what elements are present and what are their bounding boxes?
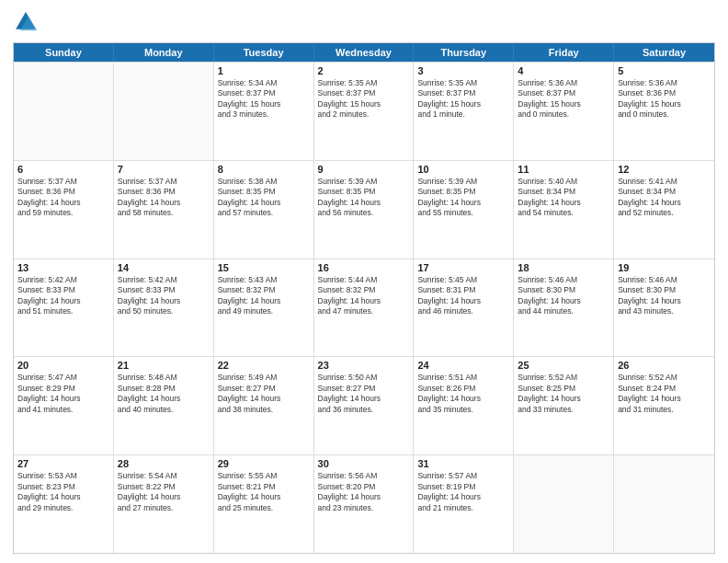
- cal-cell: [14, 63, 114, 160]
- calendar-body: 1Sunrise: 5:34 AM Sunset: 8:37 PM Daylig…: [14, 62, 714, 553]
- day-number: 2: [318, 65, 410, 76]
- cal-cell: 11Sunrise: 5:40 AM Sunset: 8:34 PM Dayli…: [514, 161, 614, 259]
- day-number: 1: [218, 65, 310, 76]
- cell-info: Sunrise: 5:46 AM Sunset: 8:30 PM Dayligh…: [618, 275, 711, 317]
- day-number: 21: [118, 360, 210, 371]
- week-row-4: 20Sunrise: 5:47 AM Sunset: 8:29 PM Dayli…: [14, 356, 714, 454]
- calendar-header: SundayMondayTuesdayWednesdayThursdayFrid…: [14, 43, 714, 62]
- cell-info: Sunrise: 5:35 AM Sunset: 8:37 PM Dayligh…: [417, 78, 509, 121]
- cal-cell: 26Sunrise: 5:52 AM Sunset: 8:24 PM Dayli…: [614, 357, 714, 454]
- cal-cell: 1Sunrise: 5:34 AM Sunset: 8:37 PM Daylig…: [214, 63, 314, 160]
- cal-cell: 24Sunrise: 5:51 AM Sunset: 8:26 PM Dayli…: [414, 357, 514, 454]
- day-number: 19: [618, 262, 711, 273]
- calendar: SundayMondayTuesdayWednesdayThursdayFrid…: [13, 42, 715, 554]
- day-number: 17: [417, 262, 509, 273]
- cell-info: Sunrise: 5:49 AM Sunset: 8:27 PM Dayligh…: [218, 373, 310, 415]
- week-row-5: 27Sunrise: 5:53 AM Sunset: 8:23 PM Dayli…: [14, 454, 714, 553]
- day-number: 12: [618, 164, 711, 175]
- cal-cell: 19Sunrise: 5:46 AM Sunset: 8:30 PM Dayli…: [614, 259, 714, 357]
- cell-info: Sunrise: 5:52 AM Sunset: 8:24 PM Dayligh…: [618, 373, 711, 415]
- day-number: 11: [518, 164, 609, 175]
- cell-info: Sunrise: 5:47 AM Sunset: 8:29 PM Dayligh…: [17, 373, 109, 415]
- cal-cell: 8Sunrise: 5:38 AM Sunset: 8:35 PM Daylig…: [214, 161, 314, 259]
- cell-info: Sunrise: 5:45 AM Sunset: 8:31 PM Dayligh…: [417, 275, 509, 317]
- day-number: 22: [218, 360, 310, 371]
- cell-info: Sunrise: 5:57 AM Sunset: 8:19 PM Dayligh…: [417, 471, 509, 513]
- cell-info: Sunrise: 5:50 AM Sunset: 8:27 PM Dayligh…: [318, 373, 410, 415]
- cal-cell: 28Sunrise: 5:54 AM Sunset: 8:22 PM Dayli…: [114, 455, 214, 553]
- cal-cell: 4Sunrise: 5:36 AM Sunset: 8:37 PM Daylig…: [514, 63, 614, 160]
- cal-cell: 5Sunrise: 5:36 AM Sunset: 8:36 PM Daylig…: [614, 63, 714, 160]
- cal-cell: 18Sunrise: 5:46 AM Sunset: 8:30 PM Dayli…: [514, 259, 614, 357]
- cal-cell: 25Sunrise: 5:52 AM Sunset: 8:25 PM Dayli…: [514, 357, 614, 454]
- day-number: 23: [318, 360, 410, 371]
- day-number: 28: [118, 458, 210, 469]
- cal-cell: 16Sunrise: 5:44 AM Sunset: 8:32 PM Dayli…: [314, 259, 415, 357]
- week-row-2: 6Sunrise: 5:37 AM Sunset: 8:36 PM Daylig…: [14, 160, 714, 259]
- logo-icon: [13, 9, 39, 35]
- day-number: 27: [17, 458, 109, 469]
- cell-info: Sunrise: 5:54 AM Sunset: 8:22 PM Dayligh…: [118, 471, 210, 513]
- cell-info: Sunrise: 5:48 AM Sunset: 8:28 PM Dayligh…: [118, 373, 210, 415]
- cell-info: Sunrise: 5:41 AM Sunset: 8:34 PM Dayligh…: [618, 177, 711, 219]
- day-number: 24: [417, 360, 509, 371]
- cell-info: Sunrise: 5:56 AM Sunset: 8:20 PM Dayligh…: [318, 471, 410, 513]
- cal-cell: 22Sunrise: 5:49 AM Sunset: 8:27 PM Dayli…: [214, 357, 314, 454]
- page: SundayMondayTuesdayWednesdayThursdayFrid…: [0, 0, 728, 563]
- day-number: 30: [318, 458, 410, 469]
- cell-info: Sunrise: 5:37 AM Sunset: 8:36 PM Dayligh…: [17, 177, 109, 219]
- cell-info: Sunrise: 5:53 AM Sunset: 8:23 PM Dayligh…: [17, 471, 109, 513]
- logo: [13, 9, 42, 35]
- cal-cell: 12Sunrise: 5:41 AM Sunset: 8:34 PM Dayli…: [614, 161, 714, 259]
- cell-info: Sunrise: 5:36 AM Sunset: 8:37 PM Dayligh…: [518, 78, 609, 121]
- day-number: 5: [618, 65, 711, 76]
- cal-cell: 30Sunrise: 5:56 AM Sunset: 8:20 PM Dayli…: [314, 455, 415, 553]
- cell-info: Sunrise: 5:34 AM Sunset: 8:37 PM Dayligh…: [218, 78, 310, 121]
- cell-info: Sunrise: 5:43 AM Sunset: 8:32 PM Dayligh…: [218, 275, 310, 317]
- cal-cell: [614, 455, 714, 553]
- cal-cell: 10Sunrise: 5:39 AM Sunset: 8:35 PM Dayli…: [414, 161, 514, 259]
- cal-cell: 27Sunrise: 5:53 AM Sunset: 8:23 PM Dayli…: [14, 455, 114, 553]
- day-number: 8: [218, 164, 310, 175]
- cal-cell: 20Sunrise: 5:47 AM Sunset: 8:29 PM Dayli…: [14, 357, 114, 454]
- cal-cell: 23Sunrise: 5:50 AM Sunset: 8:27 PM Dayli…: [314, 357, 415, 454]
- day-number: 16: [318, 262, 410, 273]
- week-row-1: 1Sunrise: 5:34 AM Sunset: 8:37 PM Daylig…: [14, 62, 714, 160]
- cal-cell: 13Sunrise: 5:42 AM Sunset: 8:33 PM Dayli…: [14, 259, 114, 357]
- cal-cell: 2Sunrise: 5:35 AM Sunset: 8:37 PM Daylig…: [314, 63, 415, 160]
- day-number: 31: [417, 458, 509, 469]
- cal-cell: 29Sunrise: 5:55 AM Sunset: 8:21 PM Dayli…: [214, 455, 314, 553]
- cell-info: Sunrise: 5:38 AM Sunset: 8:35 PM Dayligh…: [218, 177, 310, 219]
- day-number: 7: [118, 164, 210, 175]
- header-day-friday: Friday: [514, 43, 614, 62]
- day-number: 4: [518, 65, 609, 76]
- cal-cell: 9Sunrise: 5:39 AM Sunset: 8:35 PM Daylig…: [314, 161, 415, 259]
- day-number: 25: [518, 360, 609, 371]
- cal-cell: 17Sunrise: 5:45 AM Sunset: 8:31 PM Dayli…: [414, 259, 514, 357]
- cell-info: Sunrise: 5:39 AM Sunset: 8:35 PM Dayligh…: [318, 177, 410, 219]
- day-number: 20: [17, 360, 109, 371]
- cal-cell: 21Sunrise: 5:48 AM Sunset: 8:28 PM Dayli…: [114, 357, 214, 454]
- cell-info: Sunrise: 5:44 AM Sunset: 8:32 PM Dayligh…: [318, 275, 410, 317]
- day-number: 26: [618, 360, 711, 371]
- day-number: 3: [417, 65, 509, 76]
- cal-cell: 15Sunrise: 5:43 AM Sunset: 8:32 PM Dayli…: [214, 259, 314, 357]
- header-day-tuesday: Tuesday: [214, 43, 314, 62]
- cal-cell: 6Sunrise: 5:37 AM Sunset: 8:36 PM Daylig…: [14, 161, 114, 259]
- cal-cell: 7Sunrise: 5:37 AM Sunset: 8:36 PM Daylig…: [114, 161, 214, 259]
- cell-info: Sunrise: 5:51 AM Sunset: 8:26 PM Dayligh…: [417, 373, 509, 415]
- day-number: 29: [218, 458, 310, 469]
- cell-info: Sunrise: 5:39 AM Sunset: 8:35 PM Dayligh…: [417, 177, 509, 219]
- day-number: 13: [17, 262, 109, 273]
- cal-cell: 14Sunrise: 5:42 AM Sunset: 8:33 PM Dayli…: [114, 259, 214, 357]
- day-number: 9: [318, 164, 410, 175]
- cell-info: Sunrise: 5:52 AM Sunset: 8:25 PM Dayligh…: [518, 373, 609, 415]
- cal-cell: 31Sunrise: 5:57 AM Sunset: 8:19 PM Dayli…: [414, 455, 514, 553]
- cell-info: Sunrise: 5:42 AM Sunset: 8:33 PM Dayligh…: [17, 275, 109, 317]
- cal-cell: 3Sunrise: 5:35 AM Sunset: 8:37 PM Daylig…: [414, 63, 514, 160]
- cell-info: Sunrise: 5:35 AM Sunset: 8:37 PM Dayligh…: [318, 78, 410, 121]
- header-day-thursday: Thursday: [414, 43, 514, 62]
- day-number: 10: [417, 164, 509, 175]
- header-day-sunday: Sunday: [14, 43, 114, 62]
- day-number: 15: [218, 262, 310, 273]
